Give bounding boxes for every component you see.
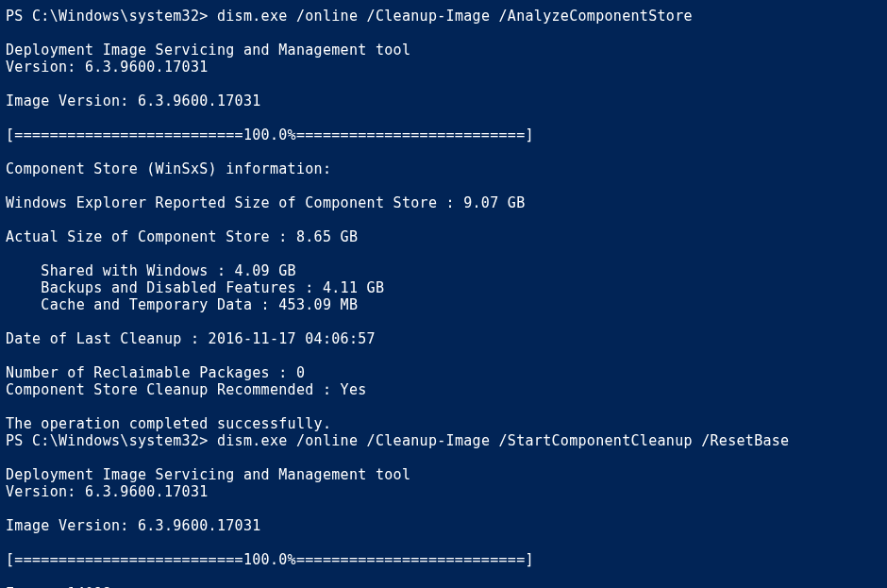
progress-bar-2: [==========================100.0%=======… — [6, 551, 881, 568]
blank-line — [6, 177, 881, 194]
blank-line — [6, 313, 881, 330]
shared-windows: Shared with Windows : 4.09 GB — [6, 262, 881, 279]
tool-version-1: Version: 6.3.9600.17031 — [6, 59, 881, 76]
blank-line — [6, 143, 881, 160]
blank-line — [6, 534, 881, 551]
prompt-2: PS C:\Windows\system32> — [6, 432, 209, 449]
operation-success: The operation completed successfully. — [6, 415, 881, 432]
blank-line — [6, 76, 881, 92]
reported-size: Windows Explorer Reported Size of Compon… — [6, 194, 881, 211]
blank-line — [6, 109, 881, 126]
image-version-2: Image Version: 6.3.9600.17031 — [6, 517, 881, 534]
blank-line — [6, 211, 881, 228]
blank-line — [6, 568, 881, 585]
blank-line — [6, 449, 881, 466]
command-line-1: PS C:\Windows\system32> dism.exe /online… — [6, 8, 881, 25]
command-line-2: PS C:\Windows\system32> dism.exe /online… — [6, 432, 881, 449]
backups-disabled: Backups and Disabled Features : 4.11 GB — [6, 279, 881, 296]
blank-line — [6, 245, 881, 262]
tool-header-1: Deployment Image Servicing and Managemen… — [6, 42, 881, 59]
tool-header-2: Deployment Image Servicing and Managemen… — [6, 466, 881, 483]
reclaimable-packages: Number of Reclaimable Packages : 0 — [6, 364, 881, 381]
progress-bar-1: [==========================100.0%=======… — [6, 126, 881, 143]
tool-version-2: Version: 6.3.9600.17031 — [6, 483, 881, 500]
cleanup-recommended: Component Store Cleanup Recommended : Ye… — [6, 381, 881, 398]
command-2: dism.exe /online /Cleanup-Image /StartCo… — [217, 432, 790, 449]
prompt-1: PS C:\Windows\system32> — [6, 8, 209, 25]
blank-line — [6, 500, 881, 517]
blank-line — [6, 347, 881, 364]
terminal-output[interactable]: PS C:\Windows\system32> dism.exe /online… — [6, 8, 881, 588]
blank-line — [6, 398, 881, 415]
last-cleanup-date: Date of Last Cleanup : 2016-11-17 04:06:… — [6, 330, 881, 347]
cache-temp: Cache and Temporary Data : 453.09 MB — [6, 296, 881, 313]
actual-size: Actual Size of Component Store : 8.65 GB — [6, 228, 881, 245]
image-version-1: Image Version: 6.3.9600.17031 — [6, 92, 881, 109]
command-1: dism.exe /online /Cleanup-Image /Analyze… — [217, 8, 693, 25]
store-info-header: Component Store (WinSxS) information: — [6, 160, 881, 177]
blank-line — [6, 25, 881, 42]
